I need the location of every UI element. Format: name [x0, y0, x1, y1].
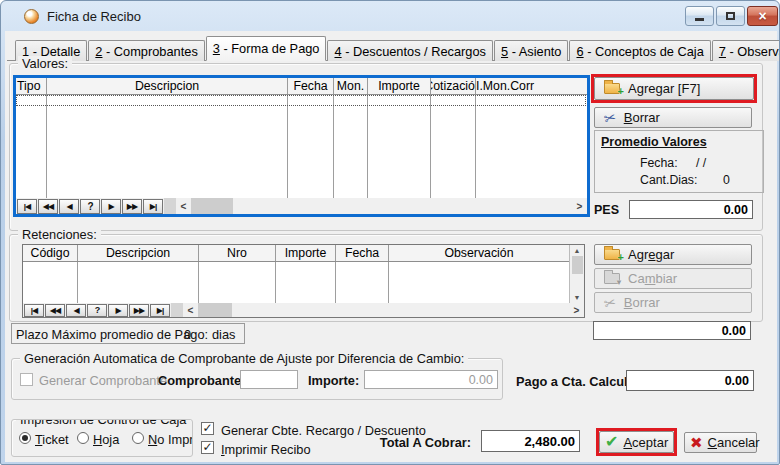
scroll-up-icon[interactable]: ▲: [574, 245, 581, 256]
tab-forma-de-pago[interactable]: 3 - Forma de Pago: [206, 36, 327, 61]
hoja-radio-label: Hoja: [93, 432, 119, 447]
nav-fast-back-button[interactable]: ◀◀: [38, 199, 58, 214]
column-header: Descripcion: [47, 78, 288, 94]
generar-comprobante-label: Generar Comprobante: [39, 373, 167, 388]
accept-check-icon: ✔: [605, 434, 618, 450]
aceptar-highlight: ✔ Aceptar: [596, 428, 677, 456]
nav-fast-forward-button[interactable]: ▶▶: [129, 304, 149, 317]
scroll-down-icon[interactable]: ▼: [574, 292, 581, 303]
tab-observacion[interactable]: 7 - Observación: [712, 40, 780, 61]
column-header: Fecha: [288, 78, 334, 94]
retenciones-grid-navigator: |◀ ◀◀ ◀ ? ▶ ▶▶ ▶| < >: [23, 303, 584, 317]
scroll-right-icon[interactable]: >: [569, 305, 584, 316]
scrollbar-thumb[interactable]: [198, 303, 232, 317]
nav-help-button[interactable]: ?: [87, 304, 107, 317]
nav-help-button[interactable]: ?: [80, 199, 100, 214]
nav-first-icon: |◀: [31, 306, 37, 315]
pes-currency-label: PES: [594, 203, 619, 217]
tab-conceptos-de-caja[interactable]: 6 - Conceptos de Caja: [569, 40, 710, 61]
retenciones-horizontal-scrollbar[interactable]: < >: [171, 303, 584, 317]
valores-group: Valores: Tipo Descripcion Fecha Mon. Imp…: [9, 63, 763, 231]
pes-total-field[interactable]: 0.00: [629, 200, 753, 219]
retenciones-grid-body[interactable]: [23, 262, 569, 303]
promedio-cantdias-value: 0: [723, 173, 730, 187]
total-a-cobrar-label: Total A Cobrar:: [379, 435, 471, 450]
no-imprimir-radio[interactable]: [132, 432, 144, 444]
impresion-group-label: Impresión de Control de Caja: [16, 419, 190, 427]
total-a-cobrar-field[interactable]: 2,480.00: [481, 430, 580, 452]
tab-descuentos-recargos[interactable]: 4 - Descuentos / Recargos: [327, 40, 493, 61]
agregar-f7-highlight: + Agregar [F7]: [591, 74, 757, 103]
scissors-icon: ✂: [602, 109, 617, 126]
retenciones-agregar-button[interactable]: + Agregar: [594, 244, 752, 265]
cancelar-button[interactable]: ✖ Cancelar: [684, 432, 757, 453]
plazo-value: 0: [184, 327, 191, 342]
close-button[interactable]: ×: [747, 6, 778, 26]
titlebar[interactable]: Ficha de Recibo ×: [1, 1, 780, 31]
plazo-unit: dias: [212, 327, 235, 342]
nav-next-icon: ▶: [108, 202, 113, 211]
retenciones-total-field[interactable]: 0.00: [593, 321, 751, 340]
scrollbar-thumb[interactable]: [191, 198, 233, 214]
valores-grid[interactable]: Tipo Descripcion Fecha Mon. Importe Coti…: [13, 75, 590, 217]
nav-prev-button[interactable]: ◀: [59, 199, 79, 214]
check-icon: ✓: [202, 421, 212, 435]
generacion-group: Generación Automatica de Comprobante de …: [11, 358, 503, 400]
plazo-label: Plazo Máximo promedio de Pago:: [16, 327, 208, 342]
scissors-icon: ✂: [602, 294, 617, 311]
pago-cta-field[interactable]: 0.00: [626, 370, 754, 391]
promedio-cantdias-label: Cant.Dias:: [640, 173, 697, 187]
tab-comprobantes[interactable]: 2 - Comprobantes: [88, 40, 204, 61]
ticket-radio[interactable]: [19, 432, 31, 444]
retenciones-grid-header: Código Descripcion Nro Importe Fecha Obs…: [23, 245, 569, 262]
nav-fast-back-icon: ◀◀: [43, 202, 53, 211]
retenciones-grid[interactable]: Código Descripcion Nro Importe Fecha Obs…: [22, 244, 585, 318]
nav-fast-forward-button[interactable]: ▶▶: [122, 199, 142, 214]
nav-fast-back-icon: ◀◀: [50, 306, 60, 315]
valores-horizontal-scrollbar[interactable]: < >: [164, 198, 587, 214]
imprimir-recibo-checkbox[interactable]: ✓: [201, 441, 214, 454]
nav-prev-button[interactable]: ◀: [66, 304, 86, 317]
generar-recargo-checkbox[interactable]: ✓: [201, 422, 214, 435]
valores-grid-navigator: |◀ ◀◀ ◀ ? ▶ ▶▶ ▶| < >: [16, 198, 587, 214]
column-header: I.Mon.Corr: [476, 78, 587, 94]
nav-fast-forward-icon: ▶▶: [134, 306, 144, 315]
maximize-button[interactable]: [716, 6, 745, 26]
imprimir-recibo-checkbox-label: Imprimir Recibo: [221, 442, 311, 457]
nav-last-icon: ▶|: [157, 306, 163, 315]
aceptar-button[interactable]: ✔ Aceptar: [599, 431, 674, 453]
hoja-radio[interactable]: [77, 432, 89, 444]
nav-fast-back-button[interactable]: ◀◀: [45, 304, 65, 317]
dialog-body: 1 - Detalle 2 - Comprobantes 3 - Forma d…: [5, 31, 777, 462]
nav-next-button[interactable]: ▶: [101, 199, 121, 214]
minimize-button[interactable]: [685, 6, 714, 26]
comprobante-field: [240, 370, 298, 389]
column-header: Descripcion: [78, 245, 199, 261]
scroll-right-icon[interactable]: >: [572, 201, 587, 212]
scrollbar-thumb[interactable]: [572, 256, 583, 274]
column-header: Importe: [368, 78, 431, 94]
valores-borrar-button[interactable]: ✂ Borrar: [594, 107, 752, 128]
nav-last-button[interactable]: ▶|: [143, 199, 163, 214]
column-header: Nro: [199, 245, 276, 261]
importe-label: Importe:: [308, 373, 359, 388]
scroll-left-icon[interactable]: <: [176, 201, 191, 212]
scroll-left-icon[interactable]: <: [183, 305, 198, 316]
nav-fast-forward-icon: ▶▶: [127, 202, 137, 211]
retenciones-group-label: Retenciones:: [18, 227, 101, 242]
ficha-de-recibo-dialog: Ficha de Recibo × 1 - Detalle 2 - Compro…: [0, 0, 780, 465]
valores-grid-body[interactable]: [16, 95, 587, 198]
no-imprimir-radio-label: No Imprimir: [148, 432, 193, 447]
nav-first-button[interactable]: |◀: [17, 199, 37, 214]
retenciones-vertical-scrollbar[interactable]: ▲ ▼: [569, 245, 584, 303]
tab-asiento[interactable]: 5 - Asiento: [494, 40, 568, 61]
plazo-panel: Plazo Máximo promedio de Pago: 0 dias: [11, 323, 245, 344]
minimize-icon: [695, 18, 704, 21]
nav-next-icon: ▶: [115, 306, 120, 315]
promedio-valores-panel: Promedio Valores Fecha: / / Cant.Dias: 0: [594, 130, 764, 193]
nav-last-button[interactable]: ▶|: [150, 304, 170, 317]
agregar-f7-button[interactable]: + Agregar [F7]: [594, 77, 754, 100]
promedio-fecha-value: / /: [696, 156, 706, 170]
nav-first-button[interactable]: |◀: [24, 304, 44, 317]
nav-next-button[interactable]: ▶: [108, 304, 128, 317]
